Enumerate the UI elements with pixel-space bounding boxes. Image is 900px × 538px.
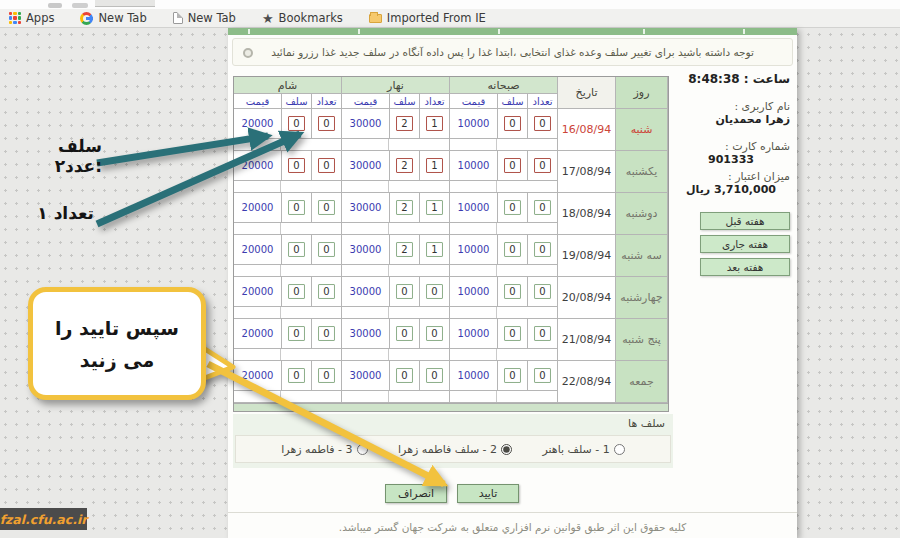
week-buttons: هفته قبل هفته جاری هفته بعد (672, 212, 790, 276)
apps-grid-icon (9, 12, 21, 24)
bookmark-label: Apps (26, 11, 54, 25)
count-input[interactable] (426, 242, 443, 257)
count-input[interactable] (426, 284, 443, 299)
self-input[interactable] (288, 284, 305, 299)
row-spacer (342, 223, 450, 235)
self-input[interactable] (504, 368, 521, 383)
row-spacer (450, 391, 558, 403)
self-input[interactable] (396, 242, 413, 257)
self-input[interactable] (504, 284, 521, 299)
count-input[interactable] (426, 158, 443, 173)
self-input[interactable] (504, 242, 521, 257)
self-option[interactable]: 2 - سلف فاطمه زهرا (398, 443, 512, 456)
self-input[interactable] (288, 326, 305, 341)
self-input[interactable] (396, 284, 413, 299)
self-input[interactable] (288, 200, 305, 215)
self-input[interactable] (288, 116, 305, 131)
bookmark-new-tab-google[interactable]: New Tab (80, 11, 146, 25)
folder-icon (369, 14, 382, 23)
count-input[interactable] (318, 200, 335, 215)
count-input[interactable] (534, 326, 551, 341)
count-input[interactable] (534, 158, 551, 173)
self-input[interactable] (396, 368, 413, 383)
bookmark-apps[interactable]: Apps (9, 11, 54, 25)
count-input[interactable] (318, 326, 335, 341)
meal-price: 10000 (450, 361, 498, 391)
self-input-cell (390, 193, 420, 223)
self-option[interactable]: 3 - فاطمه زهرا (281, 443, 367, 456)
count-input[interactable] (534, 284, 551, 299)
bookmark-new-tab-page[interactable]: New Tab (173, 11, 236, 25)
self-input[interactable] (396, 158, 413, 173)
count-input[interactable] (426, 326, 443, 341)
bookmark-label: Bookmarks (279, 11, 343, 25)
date-cell: 22/08/94 (558, 361, 616, 403)
self-option[interactable]: 1 - سلف باهنر (542, 443, 624, 456)
self-radio[interactable] (614, 444, 625, 455)
subheader-self: سلف (498, 94, 528, 109)
meal-price: 30000 (342, 361, 390, 391)
day-cell: سه شنبه (616, 235, 668, 277)
previous-week-button[interactable]: هفته قبل (700, 212, 790, 230)
sidebar: ساعت : 8:48:38 نام کاربری : زهرا محمدیان… (672, 72, 790, 281)
header-date: تاریخ (558, 77, 616, 109)
count-input-cell (312, 109, 342, 139)
self-input[interactable] (504, 116, 521, 131)
self-input-cell (282, 193, 312, 223)
row-spacer (234, 349, 342, 361)
row-spacer (342, 139, 450, 151)
count-input[interactable] (426, 368, 443, 383)
current-week-button[interactable]: هفته جاری (700, 235, 790, 253)
count-input[interactable] (318, 158, 335, 173)
meal-price: 10000 (450, 319, 498, 349)
self-input[interactable] (396, 116, 413, 131)
row-spacer (342, 307, 450, 319)
bookmark-imported-folder[interactable]: Imported From IE (369, 11, 486, 25)
self-input[interactable] (288, 368, 305, 383)
count-input[interactable] (318, 284, 335, 299)
spacer-line (450, 265, 497, 276)
cancel-button[interactable]: انصراف (385, 484, 447, 503)
table-row: 20000300001000020/08/94چهارشنبه (234, 277, 668, 319)
meal-price: 20000 (234, 109, 282, 139)
self-radio[interactable] (501, 444, 512, 455)
confirm-button[interactable]: تایید (457, 484, 519, 503)
browser-top-strip (0, 0, 900, 9)
count-input-cell (420, 277, 450, 307)
self-radio[interactable] (357, 444, 368, 455)
self-input[interactable] (288, 158, 305, 173)
meal-price: 30000 (342, 319, 390, 349)
self-input[interactable] (504, 200, 521, 215)
count-input[interactable] (426, 116, 443, 131)
count-input[interactable] (534, 242, 551, 257)
menu-strip (228, 28, 797, 35)
day-cell: شنبه (616, 109, 668, 151)
count-input[interactable] (318, 368, 335, 383)
notice-text: توجه داشته باشید برای تغییر سلف وعده غذا… (233, 46, 792, 58)
bookmark-bookmarks[interactable]: ★ Bookmarks (262, 11, 343, 25)
self-input[interactable] (396, 200, 413, 215)
self-input[interactable] (396, 326, 413, 341)
count-input[interactable] (426, 200, 443, 215)
date-cell: 18/08/94 (558, 193, 616, 235)
self-input[interactable] (504, 158, 521, 173)
google-g-icon (80, 12, 93, 25)
meal-price: 20000 (234, 319, 282, 349)
meal-price: 30000 (342, 151, 390, 181)
next-week-button[interactable]: هفته بعد (700, 258, 790, 276)
count-input-cell (312, 151, 342, 181)
count-input-cell (528, 151, 558, 181)
count-input[interactable] (534, 200, 551, 215)
bookmarks-bar: Apps New Tab New Tab ★ Bookmarks Importe… (0, 9, 900, 28)
self-input[interactable] (504, 326, 521, 341)
self-input[interactable] (288, 242, 305, 257)
self-input-cell (282, 151, 312, 181)
count-input[interactable] (318, 242, 335, 257)
self-input-cell (282, 277, 312, 307)
count-input[interactable] (318, 116, 335, 131)
count-input[interactable] (534, 116, 551, 131)
count-input-cell (528, 109, 558, 139)
count-input[interactable] (534, 368, 551, 383)
action-buttons: انصراف تایید (385, 484, 519, 503)
watermark-badge: fzal.cfu.ac.ir (0, 508, 87, 530)
